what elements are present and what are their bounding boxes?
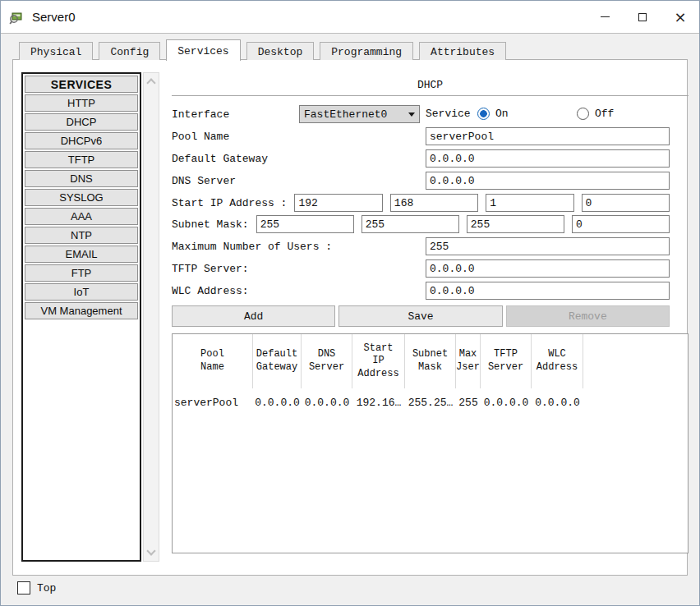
start-ip-octet-2[interactable] bbox=[390, 194, 478, 212]
services-sidebar: SERVICES HTTP DHCP DHCPv6 TFTP DNS SYSLO… bbox=[21, 72, 141, 562]
col-header-filler bbox=[583, 334, 688, 388]
page-title: DHCP bbox=[172, 79, 688, 91]
cell-max-user: 255 bbox=[456, 397, 481, 409]
dns-server-row: DNS Server bbox=[172, 172, 670, 190]
service-on-radio[interactable] bbox=[477, 108, 490, 120]
close-button[interactable]: × bbox=[661, 1, 699, 33]
wlc-address-label: WLC Address: bbox=[172, 285, 249, 297]
tab-desktop[interactable]: Desktop bbox=[246, 42, 315, 60]
subnet-mask-row: Subnet Mask: bbox=[172, 215, 670, 233]
pool-name-input[interactable] bbox=[426, 127, 670, 145]
col-header-pool-name: Pool Name bbox=[173, 334, 253, 388]
top-checkbox-group[interactable]: Top bbox=[17, 581, 56, 595]
sidebar-item-iot[interactable]: IoT bbox=[25, 283, 138, 301]
wlc-address-row: WLC Address: bbox=[172, 282, 670, 300]
start-ip-octet-4[interactable] bbox=[582, 194, 670, 212]
cell-default-gateway: 0.0.0.0 bbox=[253, 397, 302, 409]
sidebar-item-aaa[interactable]: AAA bbox=[25, 208, 138, 225]
sidebar-item-dns[interactable]: DNS bbox=[25, 170, 138, 187]
tab-services[interactable]: Services bbox=[166, 39, 240, 61]
top-checkbox-label: Top bbox=[37, 582, 56, 595]
service-off-radio[interactable] bbox=[577, 108, 589, 120]
sidebar-scrollbar[interactable] bbox=[143, 72, 159, 562]
cell-dns-server: 0.0.0.0 bbox=[302, 397, 352, 409]
save-button[interactable]: Save bbox=[338, 305, 502, 327]
table-header-row: Pool Name Default Gateway DNS Server Sta… bbox=[173, 334, 688, 388]
tftp-server-row: TFTP Server: bbox=[172, 259, 670, 278]
sidebar-item-ntp[interactable]: NTP bbox=[25, 227, 138, 244]
window-title: Server0 bbox=[32, 10, 76, 24]
max-users-input[interactable] bbox=[426, 237, 670, 255]
subnet-mask-octet-3[interactable] bbox=[467, 215, 564, 233]
minimize-button[interactable] bbox=[586, 1, 624, 33]
interface-label: Interface bbox=[172, 108, 229, 121]
scroll-up-icon[interactable] bbox=[146, 78, 155, 87]
sidebar-item-syslog[interactable]: SYSLOG bbox=[25, 189, 138, 206]
default-gateway-input[interactable] bbox=[426, 149, 670, 168]
cell-pool-name: serverPool bbox=[173, 397, 253, 409]
maximize-button[interactable] bbox=[624, 1, 661, 33]
close-icon: × bbox=[674, 10, 686, 25]
title-divider bbox=[172, 95, 688, 96]
cell-start-ip: 192.16… bbox=[352, 397, 405, 409]
max-users-label: Maximum Number of Users : bbox=[172, 241, 332, 253]
col-header-start-ip: Start IP Address bbox=[352, 334, 405, 388]
col-header-subnet-mask: Subnet Mask bbox=[405, 334, 456, 388]
start-ip-octet-1[interactable] bbox=[294, 194, 382, 212]
tab-attributes[interactable]: Attributes bbox=[419, 42, 506, 60]
tftp-server-label: TFTP Server: bbox=[172, 263, 249, 275]
tab-programming[interactable]: Programming bbox=[320, 42, 413, 60]
action-button-row: Add Save Remove bbox=[172, 305, 670, 327]
interface-row: Interface FastEthernet0 Service On Off bbox=[172, 105, 670, 123]
col-header-max-user: Max Jser bbox=[456, 334, 481, 388]
services-panel: SERVICES HTTP DHCP DHCPv6 TFTP DNS SYSLO… bbox=[12, 59, 688, 576]
top-checkbox[interactable] bbox=[17, 581, 30, 595]
tftp-server-input[interactable] bbox=[426, 259, 670, 278]
subnet-mask-octet-2[interactable] bbox=[362, 215, 459, 233]
sidebar-item-dhcp[interactable]: DHCP bbox=[25, 113, 138, 131]
remove-button[interactable]: Remove bbox=[506, 305, 670, 327]
start-ip-octet-3[interactable] bbox=[486, 194, 573, 212]
dhcp-pool-table[interactable]: Pool Name Default Gateway DNS Server Sta… bbox=[172, 333, 688, 553]
cell-wlc-address: 0.0.0.0 bbox=[532, 397, 583, 409]
wlc-address-input[interactable] bbox=[426, 282, 670, 300]
sidebar-header-services: SERVICES bbox=[25, 76, 138, 93]
add-button[interactable]: Add bbox=[172, 305, 335, 327]
service-label: Service bbox=[426, 108, 471, 120]
interface-select[interactable]: FastEthernet0 bbox=[299, 105, 420, 123]
cell-filler bbox=[583, 397, 688, 409]
minimize-icon bbox=[601, 16, 610, 17]
table-row[interactable]: serverPool 0.0.0.0 0.0.0.0 192.16… 255.2… bbox=[173, 397, 688, 409]
sidebar-item-tftp[interactable]: TFTP bbox=[25, 151, 138, 168]
window-controls: × bbox=[586, 1, 699, 33]
cell-subnet-mask: 255.25… bbox=[405, 397, 456, 409]
start-ip-label: Start IP Address : bbox=[172, 197, 287, 209]
interface-selected-value: FastEthernet0 bbox=[304, 108, 387, 121]
sidebar-item-ftp[interactable]: FTP bbox=[25, 264, 138, 282]
dns-server-label: DNS Server bbox=[172, 175, 236, 187]
cell-tftp-server: 0.0.0.0 bbox=[481, 397, 532, 409]
sidebar-item-http[interactable]: HTTP bbox=[25, 94, 138, 112]
col-header-tftp-server: TFTP Server bbox=[481, 334, 532, 388]
subnet-mask-octet-1[interactable] bbox=[256, 215, 354, 233]
dhcp-content: DHCP Interface FastEthernet0 Service On … bbox=[172, 74, 688, 567]
scroll-down-icon[interactable] bbox=[146, 546, 155, 555]
sidebar-item-email[interactable]: EMAIL bbox=[25, 246, 138, 263]
device-icon bbox=[9, 9, 25, 25]
tab-physical[interactable]: Physical bbox=[19, 42, 93, 60]
server-dialog-window: Server0 × Physical Config Services Deskt… bbox=[0, 0, 700, 606]
sidebar-item-dhcpv6[interactable]: DHCPv6 bbox=[25, 132, 138, 149]
sidebar-item-vm-management[interactable]: VM Management bbox=[25, 302, 138, 319]
title-bar: Server0 × bbox=[1, 1, 699, 34]
pool-name-label: Pool Name bbox=[172, 131, 229, 143]
maximize-icon bbox=[638, 13, 647, 21]
tab-config[interactable]: Config bbox=[99, 42, 160, 60]
subnet-mask-octet-4[interactable] bbox=[572, 215, 670, 233]
service-on-label: On bbox=[495, 108, 509, 120]
col-header-dns-server: DNS Server bbox=[302, 334, 352, 388]
default-gateway-label: Default Gateway bbox=[172, 153, 268, 165]
col-header-default-gateway: Default Gateway bbox=[253, 334, 302, 388]
start-ip-row: Start IP Address : bbox=[172, 194, 670, 212]
subnet-mask-label: Subnet Mask: bbox=[172, 218, 249, 231]
dns-server-input[interactable] bbox=[426, 172, 670, 190]
